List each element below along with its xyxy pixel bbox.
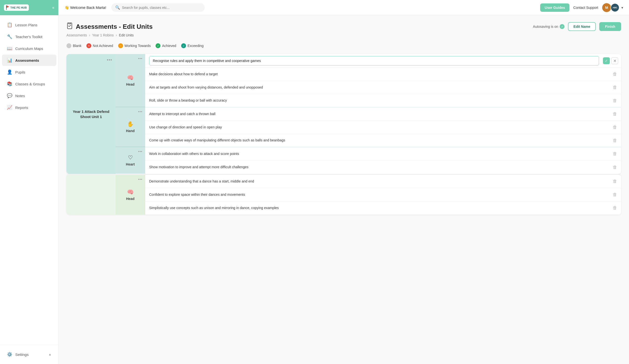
contact-support-link[interactable]: Contact Support [573,6,598,9]
criteria-row-7: Come up with creative ways of manipulati… [145,134,621,147]
section-hand: ••• ✋ Hand [116,107,145,147]
topbar: 👋 Welcome Back Marta! 🔍 User Guides Cont… [59,0,629,15]
curriculum-maps-icon: 📖 [7,46,12,51]
legend-item-exceeding: ✓ Exceeding [181,43,203,48]
sidebar-item-settings[interactable]: ⚙️ Settings ▲ [2,349,56,360]
section-head2-menu-button[interactable]: ••• [138,177,143,181]
criteria-row-10: Demonstrate understanding that a dance h… [145,175,621,188]
criteria-delete-button-7[interactable]: 🗑 [612,136,621,145]
criteria-delete-button-9[interactable]: 🗑 [612,163,621,172]
user-guides-button[interactable]: User Guides [540,3,569,12]
criteria-delete-button-8[interactable]: 🗑 [612,149,621,158]
criteria-row-11: Confident to explore space within their … [145,188,621,201]
reports-icon: 📈 [7,105,12,110]
breadcrumb-root[interactable]: Assessments [66,33,87,37]
search-icon: 🔍 [115,5,120,10]
sidebar-item-pupils[interactable]: 👤 Pupils [2,66,56,78]
avatar: M [602,3,611,12]
search-input[interactable] [122,6,201,9]
sidebar-label-pupils: Pupils [15,70,25,74]
collapse-button[interactable]: « [52,5,54,10]
criteria-row-1: ✓ ✕ [145,54,621,68]
assessments-icon: 📊 [7,58,12,63]
sidebar-item-curriculum-maps[interactable]: 📖 Curriculum Maps [2,43,56,54]
section-labels-col: ••• 🧠 Head ••• ✋ Hand ••• [116,54,145,174]
legend-dot-not-achieved: ✕ [86,43,91,48]
nav-menu: 📋 Lesson Plans 🔧 Teacher's Toolkit 📖 Cur… [0,15,58,345]
welcome-message: 👋 Welcome Back Marta! [64,5,106,10]
sidebar-item-classes-groups[interactable]: 📚 Classes & Groups [2,78,56,90]
autosave-check-icon: ✓ [560,24,565,29]
criteria-text-9: Show motivation to improve and attempt m… [145,161,612,174]
unit-menu-button[interactable]: ••• [107,58,112,63]
criteria-text-5: Attempt to intercept and catch a thrown … [145,108,612,121]
sidebar: THE PE HUB « 📋 Lesson Plans 🔧 Teacher's … [0,0,59,364]
search-bar[interactable]: 🔍 [111,3,205,12]
sidebar-item-assessments[interactable]: 📊 Assessments [2,55,56,66]
teachers-toolkit-icon: 🔧 [7,34,12,39]
sidebar-label-assessments: Assessments [15,58,39,62]
criteria-delete-button-6[interactable]: 🗑 [612,123,621,132]
edit-name-button[interactable]: Edit Name [568,22,596,31]
criteria-delete-button-5[interactable]: 🗑 [612,110,621,119]
section-head-menu-button[interactable]: ••• [138,57,143,61]
sidebar-item-teachers-toolkit[interactable]: 🔧 Teacher's Toolkit [2,31,56,42]
criteria-confirm-button-1[interactable]: ✓ [603,57,610,64]
criteria-delete-button-4[interactable]: 🗑 [612,96,621,105]
criteria-input-1[interactable] [149,56,599,65]
criteria-delete-button-3[interactable]: 🗑 [612,83,621,92]
legend-label-blank: Blank [73,44,81,48]
criteria-row-5: Attempt to intercept and catch a thrown … [145,108,621,121]
criteria-delete-button-11[interactable]: 🗑 [612,190,621,199]
sidebar-label-lesson-plans: Lesson Plans [15,23,37,27]
legend-item-working-towards: ~ Working Towards [118,43,151,48]
sidebar-label-reports: Reports [15,106,28,110]
sidebar-item-notes[interactable]: 💬 Notes [2,90,56,101]
autosave-indicator: Autosaving is on ✓ [533,24,565,29]
topbar-actions: User Guides Contact Support M ABC ▾ [540,3,623,12]
breadcrumb-current: Edit Units [119,33,134,37]
criteria-text-7: Come up with creative ways of manipulati… [145,134,612,147]
legend-label-exceeding: Exceeding [187,44,203,48]
legend: Blank ✕ Not Achieved ~ Working Towards ✓… [66,43,621,48]
criteria-delete-button-10[interactable]: 🗑 [612,177,621,186]
svg-marker-1 [7,5,9,8]
breadcrumb-sep-1: › [89,33,90,37]
user-avatar-area[interactable]: M ABC ▾ [602,3,623,12]
finish-button[interactable]: Finish [599,22,621,31]
sidebar-item-reports[interactable]: 📈 Reports [2,102,56,113]
criteria-row-2: Make decisions about how to defend a tar… [145,68,621,81]
criteria-row-6: Use change of direction and speed in ope… [145,121,621,134]
legend-item-blank: Blank [66,43,81,48]
unit-column-2 [66,175,116,215]
criteria-col-2: Demonstrate understanding that a dance h… [145,175,621,215]
svg-rect-0 [6,5,7,10]
criteria-delete-button-2[interactable]: 🗑 [612,70,621,79]
section-head-2: ••• 🧠 Head [116,175,145,215]
criteria-row-3: Aim at targets and shoot from varying di… [145,81,621,94]
legend-item-achieved: ✓ Achieved [156,43,176,48]
heart-section-icon: ♡ [128,154,133,161]
section-heart: ••• ♡ Heart [116,147,145,174]
main-content: 👋 Welcome Back Marta! 🔍 User Guides Cont… [59,0,629,364]
head2-section-label: Head [126,197,134,201]
sidebar-label-curriculum-maps: Curriculum Maps [15,46,43,51]
criteria-col: ✓ ✕ Make decisions about how to defend a… [145,54,621,174]
sidebar-label-settings: Settings [15,353,28,357]
section-heart-menu-button[interactable]: ••• [138,149,143,153]
legend-dot-achieved: ✓ [156,43,160,48]
criteria-cancel-button-1[interactable]: ✕ [611,57,618,64]
legend-label-achieved: Achieved [162,44,176,48]
sidebar-logo: THE PE HUB « [0,0,58,15]
criteria-delete-button-12[interactable]: 🗑 [612,203,621,213]
criteria-row-8: Work in collaboration with others to att… [145,147,621,161]
page-title-icon [66,22,73,31]
assessment-grid: ••• Year 1 Attack Defend Shoot Unit 1 ••… [66,54,621,174]
breadcrumb-level2[interactable]: Year 1 Robins [92,33,114,37]
section-hand-menu-button[interactable]: ••• [138,110,143,114]
legend-label-not-achieved: Not Achieved [93,44,113,48]
sidebar-item-lesson-plans[interactable]: 📋 Lesson Plans [2,19,56,30]
classes-groups-icon: 📚 [7,81,12,87]
avatar-initials: M [605,6,608,9]
criteria-text-2: Make decisions about how to defend a tar… [145,68,612,81]
